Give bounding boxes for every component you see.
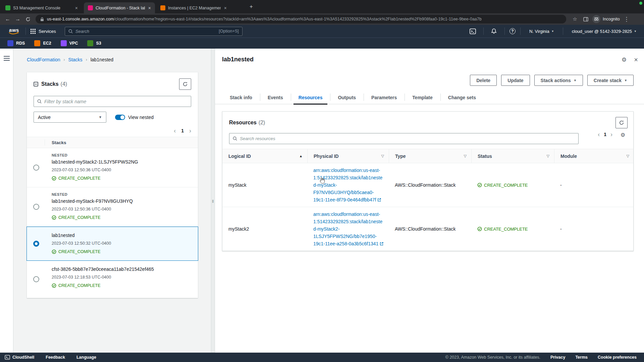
preferences-gear-icon[interactable]: ⚙ (622, 56, 627, 63)
nested-badge: NESTED (52, 153, 193, 158)
stack-list-item-selected[interactable]: lab1nested 2023-07-03 12:50:32 UTC-0400 … (26, 227, 198, 261)
url-bar[interactable]: us-east-1.console.aws.amazon.com/cloudfo… (36, 15, 566, 23)
stack-list-item[interactable]: NESTED lab1nested-myStack2-1LSJY5FPWS2NG… (27, 148, 198, 187)
chevron-right-icon: › (86, 57, 87, 62)
favorite-vpc[interactable]: VPC (61, 40, 78, 46)
page-number[interactable]: 1 (181, 128, 184, 133)
help-icon[interactable]: ? (509, 28, 516, 34)
favorite-ec2[interactable]: EC2 (34, 40, 51, 46)
prev-page-icon[interactable]: ‹ (598, 132, 600, 137)
forward-button[interactable]: → (13, 16, 23, 22)
incognito-badge[interactable]: Incognito (592, 15, 620, 23)
browser-tab-cloudformation[interactable]: CloudFormation - Stack lab1ne × (84, 2, 155, 13)
resources-search-input[interactable] (240, 136, 575, 141)
tab-close-icon[interactable]: × (223, 5, 227, 11)
grid-icon (31, 29, 36, 34)
stack-date: 2023-07-03 12:50:36 UTC-0400 (52, 166, 193, 174)
new-tab-button[interactable]: + (247, 3, 256, 10)
stack-list-item[interactable]: NESTED lab1nested-myStack-F97NV8GU3HYQ 2… (27, 187, 198, 227)
divider (563, 27, 563, 35)
caret-down-icon: ▼ (99, 115, 102, 119)
favorite-rds[interactable]: RDS (7, 40, 25, 46)
sort-icon[interactable]: ▽ (381, 154, 384, 158)
feedback-button[interactable]: Feedback (46, 355, 65, 360)
side-panel-icon[interactable] (580, 17, 591, 21)
radio-button[interactable] (33, 204, 39, 210)
console-search[interactable]: [Option+S] (65, 27, 243, 36)
radio-button[interactable] (33, 276, 39, 282)
tab-stack-info[interactable]: Stack info (222, 90, 260, 104)
column-physical-id[interactable]: Physical ID▽ (307, 149, 389, 163)
physical-id-link[interactable]: arn:aws:cloudformation:us-east-1:5142332… (313, 212, 382, 246)
caret-down-icon: ▼ (551, 30, 554, 33)
breadcrumb-cloudformation[interactable]: CloudFormation (27, 57, 60, 62)
cookie-preferences-link[interactable]: Cookie preferences (598, 355, 637, 360)
back-button[interactable]: ← (3, 16, 13, 22)
stack-filter[interactable] (34, 96, 191, 107)
sort-icon[interactable]: ▽ (547, 154, 549, 158)
table-settings-gear-icon[interactable]: ⚙ (621, 132, 625, 138)
reload-button[interactable] (23, 17, 33, 22)
next-page-icon[interactable]: › (610, 132, 612, 137)
console-search-input[interactable] (75, 29, 219, 34)
pane-resize-handle[interactable]: ‖ (211, 49, 215, 353)
privacy-link[interactable]: Privacy (550, 355, 565, 360)
browser-tab-s3[interactable]: S3 Management Console × (1, 2, 82, 13)
close-detail-icon[interactable]: × (634, 56, 638, 64)
refresh-resources-button[interactable] (615, 117, 628, 128)
tab-events[interactable]: Events (260, 90, 291, 104)
create-stack-dropdown[interactable]: Create stack▼ (587, 75, 634, 86)
stack-name: lab1nested (52, 231, 193, 239)
services-menu[interactable]: Services (31, 29, 56, 34)
browser-menu-icon[interactable]: ⋮ (621, 16, 632, 23)
stack-status: CREATE_COMPLETE (52, 247, 193, 256)
delete-button[interactable]: Delete (470, 75, 497, 86)
tab-close-icon[interactable]: × (148, 5, 152, 11)
notifications-bell-icon[interactable] (488, 28, 500, 34)
stacks-card: Stacks (4) Active ▼ View nested ‹ (27, 72, 198, 298)
region-selector[interactable]: N. Virginia▼ (525, 29, 558, 34)
tab-template[interactable]: Template (405, 90, 440, 104)
terms-link[interactable]: Terms (575, 355, 588, 360)
favorite-s3[interactable]: S3 (87, 40, 101, 46)
cloudshell-button[interactable]: CloudShell (5, 355, 34, 360)
stack-list-item[interactable]: cfst-3826-5bb87e73e0ceeaca11ab7e21542ef4… (27, 261, 198, 297)
breadcrumb-stacks[interactable]: Stacks (68, 57, 83, 62)
bookmark-star-icon[interactable]: ☆ (570, 16, 580, 22)
column-logical-id[interactable]: Logical ID▲ (222, 149, 307, 163)
radio-button[interactable] (33, 165, 39, 171)
stack-filter-input[interactable] (44, 99, 187, 104)
tab-outputs[interactable]: Outputs (330, 90, 364, 104)
collapse-panel-icon[interactable] (34, 82, 38, 86)
view-nested-toggle[interactable] (115, 115, 125, 120)
stack-date: 2023-07-03 12:50:32 UTC-0400 (52, 239, 193, 247)
aws-logo[interactable]: aws (7, 28, 21, 35)
url-fade (526, 15, 566, 23)
sort-icon[interactable]: ▽ (464, 154, 467, 158)
hamburger-menu-icon[interactable] (4, 56, 10, 62)
cloudshell-nav-icon[interactable] (467, 28, 479, 34)
sort-icon[interactable]: ▽ (627, 154, 629, 158)
refresh-stacks-button[interactable] (179, 78, 191, 90)
sort-ascending-icon[interactable]: ▲ (299, 154, 303, 158)
stack-status-filter-select[interactable]: Active ▼ (34, 112, 106, 123)
tab-change-sets[interactable]: Change sets (440, 90, 484, 104)
next-page-icon[interactable]: › (189, 128, 191, 133)
column-module[interactable]: Module▽ (554, 149, 634, 163)
browser-tab-ec2[interactable]: Instances | EC2 Management C × (156, 2, 231, 13)
prev-page-icon[interactable]: ‹ (174, 128, 176, 133)
tab-parameters[interactable]: Parameters (364, 90, 405, 104)
page-number[interactable]: 1 (604, 132, 606, 137)
language-button[interactable]: Language (76, 355, 96, 360)
radio-button-checked[interactable] (33, 241, 39, 247)
tab-resources[interactable]: Resources (291, 90, 330, 104)
tab-close-icon[interactable]: × (74, 5, 78, 11)
drag-grip-icon: ‖ (212, 199, 214, 204)
account-menu[interactable]: cloud_user @ 5142-3329-2825▼ (568, 29, 641, 34)
column-status[interactable]: Status▽ (471, 149, 554, 163)
physical-id-link[interactable]: arn:aws:cloudformation:us-east-1:5142332… (313, 168, 382, 202)
resources-search[interactable] (229, 133, 579, 144)
stack-actions-dropdown[interactable]: Stack actions▼ (534, 75, 583, 86)
update-button[interactable]: Update (501, 75, 530, 86)
column-type[interactable]: Type▽ (389, 149, 471, 163)
